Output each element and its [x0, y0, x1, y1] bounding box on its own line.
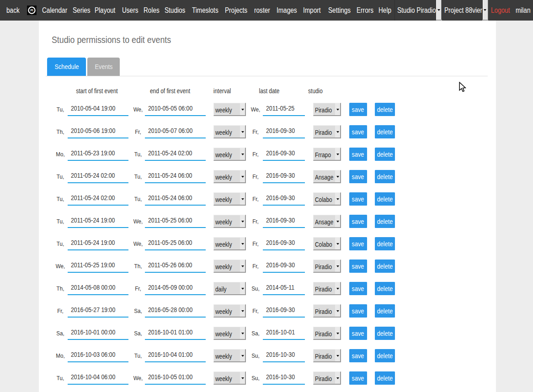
- svg-text:PI: PI: [30, 9, 33, 12]
